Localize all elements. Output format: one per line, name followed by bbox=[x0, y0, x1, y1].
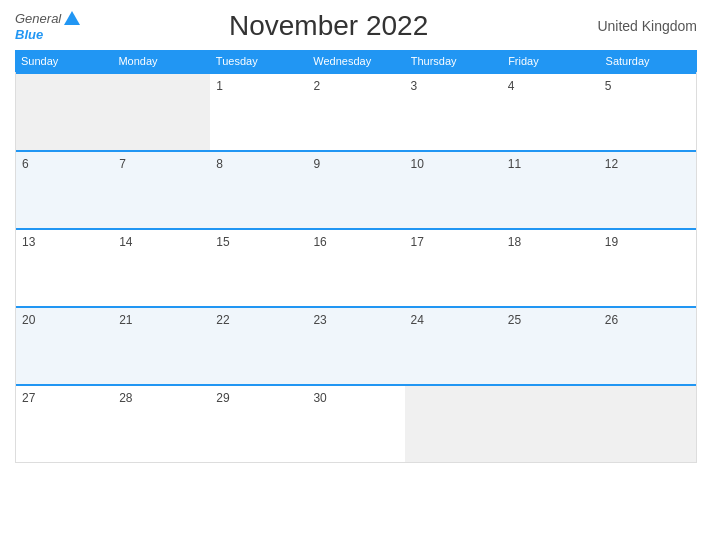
day-number: 7 bbox=[119, 157, 126, 171]
day-number: 11 bbox=[508, 157, 521, 171]
calendar-cell: 19 bbox=[599, 230, 696, 306]
day-header-row: SundayMondayTuesdayWednesdayThursdayFrid… bbox=[15, 50, 697, 72]
day-number: 6 bbox=[22, 157, 29, 171]
calendar-cell bbox=[405, 386, 502, 462]
calendar-cell: 5 bbox=[599, 74, 696, 150]
day-header-cell: Wednesday bbox=[307, 50, 404, 72]
day-header-cell: Tuesday bbox=[210, 50, 307, 72]
day-number: 23 bbox=[313, 313, 326, 327]
calendar-cell: 4 bbox=[502, 74, 599, 150]
calendar-cell bbox=[599, 386, 696, 462]
day-number: 20 bbox=[22, 313, 35, 327]
day-number: 14 bbox=[119, 235, 132, 249]
day-number: 4 bbox=[508, 79, 515, 93]
day-number: 18 bbox=[508, 235, 521, 249]
calendar-cell: 2 bbox=[307, 74, 404, 150]
day-header-cell: Saturday bbox=[600, 50, 697, 72]
calendar-cell: 23 bbox=[307, 308, 404, 384]
calendar-cell: 24 bbox=[405, 308, 502, 384]
calendar-cell: 8 bbox=[210, 152, 307, 228]
calendar-cell: 17 bbox=[405, 230, 502, 306]
calendar-cell: 28 bbox=[113, 386, 210, 462]
day-number: 5 bbox=[605, 79, 612, 93]
calendar-cell: 3 bbox=[405, 74, 502, 150]
day-number: 1 bbox=[216, 79, 223, 93]
calendar-cell: 30 bbox=[307, 386, 404, 462]
calendar-cell: 14 bbox=[113, 230, 210, 306]
day-header-cell: Thursday bbox=[405, 50, 502, 72]
header: General Blue November 2022 United Kingdo… bbox=[15, 10, 697, 50]
calendar-cell: 27 bbox=[16, 386, 113, 462]
day-number: 3 bbox=[411, 79, 418, 93]
calendar-cell bbox=[502, 386, 599, 462]
calendar-cell bbox=[16, 74, 113, 150]
calendar-cell: 6 bbox=[16, 152, 113, 228]
calendar-week: 20212223242526 bbox=[16, 306, 696, 384]
calendar-container: General Blue November 2022 United Kingdo… bbox=[0, 0, 712, 550]
calendar-cell: 7 bbox=[113, 152, 210, 228]
day-number: 29 bbox=[216, 391, 229, 405]
country-label: United Kingdom bbox=[577, 18, 697, 34]
day-number: 28 bbox=[119, 391, 132, 405]
day-number: 17 bbox=[411, 235, 424, 249]
calendar-week: 6789101112 bbox=[16, 150, 696, 228]
calendar-cell: 16 bbox=[307, 230, 404, 306]
day-number: 21 bbox=[119, 313, 132, 327]
logo: General Blue bbox=[15, 11, 80, 42]
day-header-cell: Friday bbox=[502, 50, 599, 72]
day-number: 8 bbox=[216, 157, 223, 171]
day-number: 26 bbox=[605, 313, 618, 327]
calendar-cell: 12 bbox=[599, 152, 696, 228]
day-number: 9 bbox=[313, 157, 320, 171]
day-number: 2 bbox=[313, 79, 320, 93]
calendar-cell bbox=[113, 74, 210, 150]
calendar-cell: 11 bbox=[502, 152, 599, 228]
day-header-cell: Monday bbox=[112, 50, 209, 72]
logo-triangle-icon bbox=[64, 11, 80, 25]
calendar-cell: 22 bbox=[210, 308, 307, 384]
calendar-week: 12345 bbox=[16, 72, 696, 150]
day-number: 19 bbox=[605, 235, 618, 249]
day-number: 12 bbox=[605, 157, 618, 171]
day-number: 25 bbox=[508, 313, 521, 327]
day-number: 24 bbox=[411, 313, 424, 327]
day-number: 15 bbox=[216, 235, 229, 249]
calendar-cell: 10 bbox=[405, 152, 502, 228]
day-number: 13 bbox=[22, 235, 35, 249]
day-number: 10 bbox=[411, 157, 424, 171]
day-number: 22 bbox=[216, 313, 229, 327]
calendar-title: November 2022 bbox=[80, 10, 577, 42]
day-number: 16 bbox=[313, 235, 326, 249]
calendar-cell: 29 bbox=[210, 386, 307, 462]
calendar-cell: 9 bbox=[307, 152, 404, 228]
calendar-cell: 1 bbox=[210, 74, 307, 150]
calendar-week: 13141516171819 bbox=[16, 228, 696, 306]
calendar-cell: 25 bbox=[502, 308, 599, 384]
calendar-cell: 26 bbox=[599, 308, 696, 384]
calendar-cell: 20 bbox=[16, 308, 113, 384]
logo-general-text: General bbox=[15, 11, 61, 26]
calendar-cell: 15 bbox=[210, 230, 307, 306]
calendar-cell: 18 bbox=[502, 230, 599, 306]
day-header-cell: Sunday bbox=[15, 50, 112, 72]
calendar-cell: 13 bbox=[16, 230, 113, 306]
logo-blue-text: Blue bbox=[15, 27, 43, 42]
day-number: 27 bbox=[22, 391, 35, 405]
day-number: 30 bbox=[313, 391, 326, 405]
calendar-grid: 1234567891011121314151617181920212223242… bbox=[15, 72, 697, 463]
calendar-week: 27282930 bbox=[16, 384, 696, 462]
calendar-cell: 21 bbox=[113, 308, 210, 384]
